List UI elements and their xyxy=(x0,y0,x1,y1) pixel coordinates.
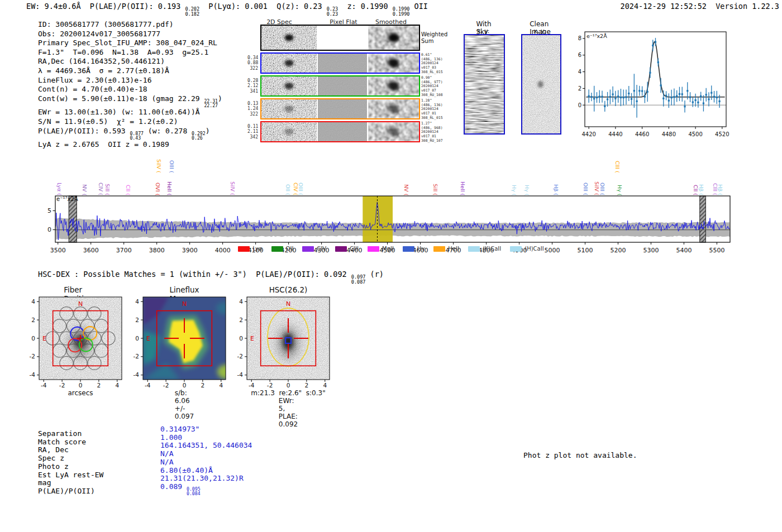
info-line: LineFlux = 2.30(±0.13)e-16 xyxy=(38,76,222,85)
legend-item: HeII xyxy=(433,246,459,252)
text-run: Cont(n) = 4.70(±0.40)e-18 xyxy=(38,85,147,93)
hatched-band xyxy=(700,196,706,242)
match-row-value: 0.314973" xyxy=(160,425,199,434)
info-line: Cont(w) = 5.90(±0.11)e-18 (gmag 22.29 22… xyxy=(38,94,222,108)
text-run: 0.314973" xyxy=(160,425,199,433)
cutout-y-tick: -4 xyxy=(30,371,36,378)
legend-item: Hγ xyxy=(403,246,425,252)
info-line: EWr = 13.00(±1.30) (w: 11.00(±0.64))Å xyxy=(38,108,222,117)
inset-x-tick: 4460 xyxy=(635,131,649,137)
spec2d-image xyxy=(261,122,317,141)
smoothed-image xyxy=(368,76,419,95)
cutout-x-tick: 4 xyxy=(115,382,119,389)
cutout-caption2: EWr: 5, PLAE: 0.092 xyxy=(279,397,298,428)
cutout-y-tick: -2 xyxy=(30,353,35,360)
text-run: 1.000 xyxy=(160,433,182,442)
report-datetime-version: 2024-12-29 12:52:52 Version 1.22.3 xyxy=(621,2,780,11)
spec2d-image xyxy=(261,54,317,73)
legend-label: OII xyxy=(286,246,294,252)
legend-label: MgII xyxy=(382,246,394,252)
spec2d-row: 0.131.243221.28"(486, 136)20200124v017_0… xyxy=(247,98,443,119)
match-row-value: 1.000 xyxy=(160,434,182,442)
legend-item: (K)CaII xyxy=(468,246,501,252)
legend-swatch xyxy=(433,246,445,252)
spec2d-row-annotation: 1.28"(486, 136)20200124v017_01308_RL_015 xyxy=(421,99,442,121)
inset-x-tick: 4420 xyxy=(581,131,595,137)
cutout-y-tick: 0 xyxy=(239,335,243,342)
text-run: RA,Dec (164.164352,50.446121) xyxy=(38,57,165,65)
summary-stats-line: EW: 9.4±0.6Å P(LAE)/P(OII): 0.193 0.2020… xyxy=(26,2,428,16)
info-line: F=1.3" T=0.096 N=1.38 A=0.93 g=25.1 xyxy=(38,48,222,57)
legend-swatch xyxy=(403,246,414,252)
cutout-y-tick: -4 xyxy=(133,371,140,378)
detection-info-block: ID: 3005681777 (3005681777.pdf)Obs: 2020… xyxy=(38,20,222,150)
match-row-label: RA, Dec xyxy=(38,446,69,454)
match-row-value: 0.089 0.0950.084 xyxy=(160,483,201,491)
info-line: Obs: 20200124v017_3005681777 xyxy=(38,30,222,39)
line-fit-svg: 44204440446044804500452002468e⁻¹⁷x2Å xyxy=(578,28,733,138)
elixer-report-page: EW: 9.4±0.6Å P(LAE)/P(OII): 0.193 0.2020… xyxy=(0,0,782,532)
text-run: ) xyxy=(206,127,210,135)
metric-value: 0.11 xyxy=(247,124,258,130)
metric-value: 2.11 xyxy=(247,129,258,135)
spec2d-strips xyxy=(260,25,420,51)
cutout-y-tick: 2 xyxy=(31,317,35,323)
spec2d-row: 0.340.883220.61"(486, 136)20200124v017_0… xyxy=(247,52,443,74)
legend-item: CIV xyxy=(302,246,326,252)
match-row-value: 164.164351, 50.446034 xyxy=(160,442,252,450)
text-run: F=1.3" T=0.096 N=1.38 A=0.93 g=25.1 xyxy=(38,48,208,56)
stacked-value: 0.8770.43 xyxy=(130,131,144,141)
text-run: (w: 0.278 xyxy=(144,127,192,135)
spec2d-strips xyxy=(260,98,420,119)
spec2d-row-annotation: 0.90"(486, 977)20200124v017_07308_RU_108 xyxy=(421,76,442,98)
cutout-y-tick: 0 xyxy=(31,335,35,342)
lineflux-svg: NE-4-2024420-2-4 xyxy=(125,293,244,389)
text-run: z: 0.1990 xyxy=(338,2,393,11)
cutout-strip-image xyxy=(464,34,505,135)
stacked-value: 0.2020.182 xyxy=(185,7,199,16)
smoothed-image xyxy=(368,54,419,73)
cutout-caption: m:21.3 re:2.6" s:0.3" xyxy=(251,389,325,397)
legend-swatch xyxy=(510,246,522,252)
cutout-x-tick: -4 xyxy=(145,382,151,389)
spectrum-y-tick: 0 xyxy=(47,226,51,233)
legend-label: Hγ xyxy=(417,246,425,252)
metric-value: 0.88 xyxy=(247,60,258,66)
legend-item: OII xyxy=(271,246,294,252)
spec2d-row-metrics: 0.131.24322 xyxy=(247,101,258,117)
pixel-flat-image xyxy=(318,122,367,141)
hsc-svg: NE-4-2024420-2-4 xyxy=(229,293,347,389)
metric-value: 342 xyxy=(247,135,258,140)
metric-value: 341 xyxy=(247,89,258,94)
text-run: HSC-DEX : Possible Matches = 1 (within +… xyxy=(38,270,351,279)
east-label: E xyxy=(42,335,46,342)
info-line: S/N = 11.9(±0.5) χ² = 1.2(±0.2) xyxy=(38,117,222,127)
report-version: Version 1.22.3 xyxy=(716,2,779,11)
cutout-caption: s/b: 6.06 +/- 0.097 xyxy=(175,389,194,420)
spec2d-row-metrics: 0.282.12341 xyxy=(247,78,258,94)
stacked-value: 0.230.23 xyxy=(327,7,338,16)
cutout-y-tick: 4 xyxy=(31,298,35,305)
text-run: P(LAE)/P(OII): 0.593 xyxy=(38,127,130,135)
metric-value: 0.34 xyxy=(247,55,258,61)
stack-lo: 0.084 xyxy=(187,491,201,496)
match-row-value: 21.31(21.30,21.32)R xyxy=(160,475,244,483)
inset-x-tick: 4440 xyxy=(608,131,622,137)
stacked-value: 0.0950.084 xyxy=(187,487,201,496)
cutout-y-tick: 2 xyxy=(135,317,139,323)
stack-lo: 0.087 xyxy=(351,280,366,285)
spec2d-row-metrics: 0.340.88322 xyxy=(247,55,258,71)
stacked-value: 22.3122.27 xyxy=(204,99,218,108)
text-run: LineFlux = 2.30(±0.13)e-16 xyxy=(38,76,152,84)
info-line: Cont(n) = 4.70(±0.40)e-18 xyxy=(38,85,222,94)
metric-value: 322 xyxy=(247,66,258,71)
stack-lo: 0.43 xyxy=(130,136,144,140)
spec2d-strips xyxy=(260,121,420,142)
pixel-flat-image xyxy=(318,76,367,95)
stack-lo: 0.182 xyxy=(185,12,199,17)
text-run: OII xyxy=(409,2,428,11)
hatched-band xyxy=(69,196,77,242)
cutout-y-tick: -2 xyxy=(237,353,243,360)
emission-line-labels: Lyα (NV (CIV (SiII (CII (OVI (SiIV (HeII… xyxy=(44,146,736,195)
cutout-y-tick: 2 xyxy=(239,317,243,323)
